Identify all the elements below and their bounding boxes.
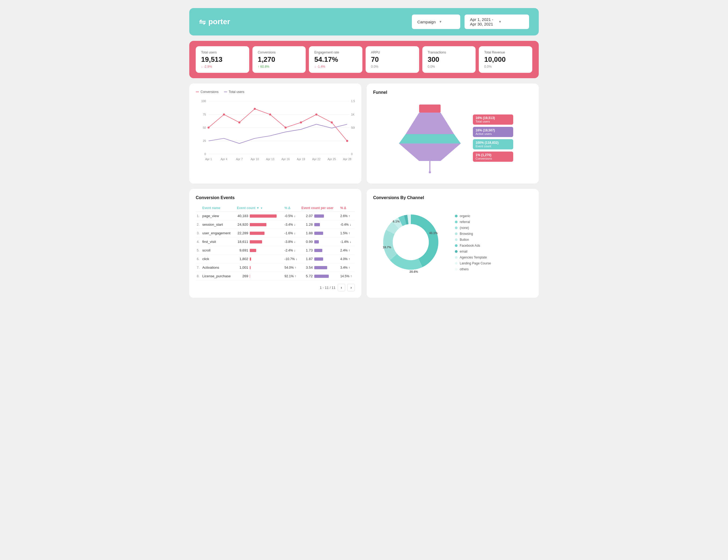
- event-count: 9,691: [236, 246, 283, 255]
- table-row: 3. user_engagement 22,289 -1.6% ↓ 1.88 1…: [196, 229, 355, 238]
- donut-legend-item: Button: [455, 238, 491, 242]
- logo-text: porter: [208, 17, 230, 26]
- users-legend-dot: [224, 92, 227, 92]
- event-name: first_visit: [201, 238, 236, 246]
- conversions-by-channel-title: Conversions By Channel: [373, 195, 532, 200]
- donut-chart: 43.1% 20.6% 18.7% 6.1%: [373, 205, 448, 281]
- pct-delta1: -2.4% ↓: [283, 246, 300, 255]
- event-name: Activations: [201, 263, 236, 272]
- donut-legend-label: email: [460, 250, 468, 254]
- donut-legend-dot: [455, 227, 458, 229]
- svg-text:Apr 10: Apr 10: [251, 158, 259, 161]
- table-row: 2. session_start 24,920 -3.4% ↓ 1.28 -0.…: [196, 220, 355, 229]
- funnel-pct-3: 1% (1,270): [476, 153, 511, 157]
- svg-marker-36: [399, 134, 461, 144]
- svg-text:43.1%: 43.1%: [429, 232, 438, 235]
- col-per-user[interactable]: Event count per user: [300, 205, 339, 212]
- per-user: 1.73: [300, 246, 339, 255]
- donut-legend-dot: [455, 221, 458, 223]
- header-controls: Campaign ▼ Apr 1, 2021 - Apr 30, 2021 ▼: [412, 15, 529, 29]
- table-row: 7. Activations 1,001 54.0% ↑ 3.54 3.4% ↑: [196, 263, 355, 272]
- funnel-label-active-users: 16% (19,507) Active users: [473, 127, 513, 137]
- row-num: 7.: [196, 263, 201, 272]
- table-row: 6. click 1,802 -10.7% ↓ 1.87 4.0% ↑: [196, 255, 355, 263]
- charts-row: Conversions Total users 100 75: [189, 84, 539, 184]
- conversion-events-title: Conversion Events: [196, 195, 355, 200]
- event-count: 18,611: [236, 238, 283, 246]
- funnel-svg: [392, 102, 468, 177]
- svg-point-29: [284, 127, 287, 129]
- dashboard: ⇋ porter Campaign ▼ Apr 1, 2021 - Apr 30…: [189, 8, 539, 298]
- svg-text:0: 0: [204, 152, 206, 156]
- svg-text:Apr 1: Apr 1: [205, 158, 212, 161]
- date-range-selector[interactable]: Apr 1, 2021 - Apr 30, 2021 ▼: [465, 15, 529, 29]
- col-pct-delta1: % Δ: [283, 205, 300, 212]
- svg-point-27: [254, 108, 256, 110]
- kpi-row: Total users 19,513 ↓ -2.9% Conversions 1…: [189, 41, 539, 78]
- funnel-visual: [392, 99, 468, 177]
- event-name: session_start: [201, 220, 236, 229]
- event-count: 24,920: [236, 220, 283, 229]
- pagination: 1 - 11 / 11 ‹ ›: [196, 284, 355, 291]
- kpi-card: Engagement rate 54.17% ↓ -1.4%: [309, 46, 362, 73]
- event-count: 40,183: [236, 212, 283, 220]
- kpi-value: 300: [428, 55, 470, 64]
- row-num: 4.: [196, 238, 201, 246]
- donut-legend-dot: [455, 256, 458, 259]
- donut-legend-dot: [455, 233, 458, 235]
- conversions-by-channel-card: Conversions By Channel 43.1% 20.6% 18.7%…: [367, 189, 539, 298]
- line-chart-svg: 100 75 50 25 0 1.5K 1K 500 0 Apr 1 Apr 4…: [196, 97, 355, 167]
- campaign-selector[interactable]: Campaign ▼: [412, 15, 460, 29]
- kpi-change: ↓ -2.9%: [201, 65, 244, 69]
- table-row: 5. scroll 9,691 -2.4% ↓ 1.73 2.4% ↑: [196, 246, 355, 255]
- donut-legend-item: (none): [455, 226, 491, 230]
- donut-svg: 43.1% 20.6% 18.7% 6.1%: [373, 205, 448, 280]
- kpi-card: Total users 19,513 ↓ -2.9%: [196, 46, 249, 73]
- pct-delta1: 92.1% ↑: [283, 272, 300, 280]
- donut-legend-item: organic: [455, 214, 491, 218]
- donut-container: 43.1% 20.6% 18.7% 6.1% organic referral …: [373, 205, 532, 281]
- pct-delta2: 2.4% ↑: [339, 246, 355, 255]
- svg-marker-35: [406, 113, 454, 134]
- col-event-count[interactable]: Event count ▼: [236, 205, 283, 212]
- funnel-pct-2: 100% (118,832): [476, 141, 511, 145]
- svg-rect-34: [419, 105, 441, 113]
- svg-point-32: [331, 122, 333, 124]
- donut-legend-label: Agencies Template: [460, 256, 487, 259]
- pagination-label: 1 - 11 / 11: [320, 285, 336, 290]
- svg-text:6.1%: 6.1%: [393, 220, 400, 223]
- next-page-button[interactable]: ›: [347, 284, 355, 291]
- donut-legend-item: Landing Page Course: [455, 262, 491, 265]
- pct-delta2: 2.6% ↑: [339, 212, 355, 220]
- line-chart-container: 100 75 50 25 0 1.5K 1K 500 0 Apr 1 Apr 4…: [196, 97, 355, 167]
- funnel-labels: 16% (19,513) Total users 16% (19,507) Ac…: [473, 115, 513, 162]
- kpi-change: 0.0%: [484, 65, 527, 69]
- funnel-sublabel-2: Event count: [476, 145, 511, 148]
- event-count: 22,289: [236, 229, 283, 238]
- donut-legend-label: Browsing: [460, 232, 473, 236]
- kpi-change: 0.0%: [371, 65, 414, 69]
- event-name: user_engagement: [201, 229, 236, 238]
- funnel-container: 16% (19,513) Total users 16% (19,507) Ac…: [373, 99, 532, 177]
- row-num: 1.: [196, 212, 201, 220]
- donut-legend-item: others: [455, 268, 491, 271]
- pct-delta2: -1.4% ↓: [339, 238, 355, 246]
- event-count: 1,001: [236, 263, 283, 272]
- col-event-name[interactable]: Event name: [201, 205, 236, 212]
- pct-delta1: -1.6% ↓: [283, 229, 300, 238]
- svg-text:75: 75: [203, 113, 206, 116]
- funnel-label-total-users: 16% (19,513) Total users: [473, 115, 513, 125]
- per-user: 1.28: [300, 220, 339, 229]
- svg-point-39: [429, 171, 431, 173]
- users-legend-label: Total users: [229, 90, 244, 94]
- kpi-value: 70: [371, 55, 414, 64]
- prev-page-button[interactable]: ‹: [338, 284, 345, 291]
- donut-legend-item: email: [455, 250, 491, 254]
- svg-point-28: [269, 113, 271, 116]
- donut-legend-label: Facebook Ads: [460, 244, 480, 248]
- pct-delta2: 14.5% ↑: [339, 272, 355, 280]
- svg-marker-37: [399, 144, 461, 161]
- per-user: 3.54: [300, 263, 339, 272]
- legend-users: Total users: [224, 90, 244, 94]
- kpi-card: Conversions 1,270 ↑ 60.8%: [252, 46, 306, 73]
